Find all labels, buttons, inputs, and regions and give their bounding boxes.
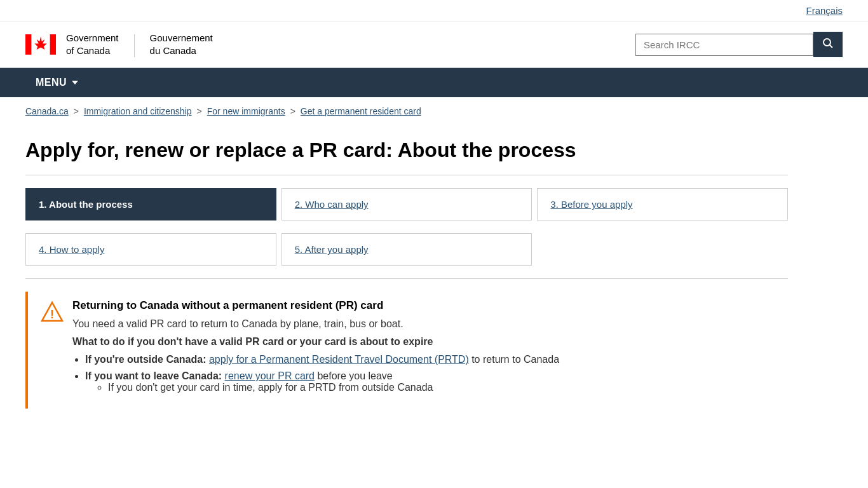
chevron-down-icon <box>72 81 78 85</box>
warning-body: Returning to Canada without a permanent … <box>72 299 775 398</box>
warning-sub-bullet-list: If you don't get your card in time, appl… <box>108 382 775 393</box>
main-content: Apply for, renew or replace a PR card: A… <box>0 125 813 434</box>
logo-area: Government of Canada Gouvernement du Can… <box>25 29 213 60</box>
step-tab-1[interactable]: 1. About the process <box>25 188 276 220</box>
warning-sub-bullet-1: If you don't get your card in time, appl… <box>108 382 775 393</box>
breadcrumb-item-immigration[interactable]: Immigration and citizenship <box>84 106 192 116</box>
step-tab-5[interactable]: 5. After you apply <box>281 233 532 266</box>
svg-text:!: ! <box>50 308 54 321</box>
breadcrumb: Canada.ca > Immigration and citizenship … <box>0 97 868 125</box>
search-button[interactable] <box>813 32 843 57</box>
svg-rect-1 <box>50 34 56 55</box>
francais-link[interactable]: Français <box>806 5 843 16</box>
warning-icon-area: ! Returning to Canada without a permanen… <box>41 299 775 398</box>
step-tab-3[interactable]: 3. Before you apply <box>537 188 788 220</box>
warning-bullet-list: If you're outside Canada: apply for a Pe… <box>85 354 775 393</box>
svg-rect-0 <box>25 34 32 55</box>
search-input[interactable] <box>635 34 813 56</box>
section-divider <box>25 278 788 279</box>
navigation-bar: MENU <box>0 68 868 97</box>
step-tabs-row1: 1. About the process 2. Who can apply 3.… <box>25 188 788 220</box>
warning-section-title: What to do if you don't have a valid PR … <box>72 336 775 348</box>
page-title: Apply for, renew or replace a PR card: A… <box>25 138 788 162</box>
warning-bullet-1: If you're outside Canada: apply for a Pe… <box>85 354 775 365</box>
gov-name-english: Government of Canada <box>66 32 119 57</box>
renew-pr-card-link[interactable]: renew your PR card <box>225 370 315 381</box>
warning-box: ! Returning to Canada without a permanen… <box>25 292 788 409</box>
warning-title: Returning to Canada without a permanent … <box>72 299 775 312</box>
title-divider <box>25 175 788 175</box>
breadcrumb-item-pr-card[interactable]: Get a permanent resident card <box>301 106 421 116</box>
warning-bullet-2: If you want to leave Canada: renew your … <box>85 370 775 393</box>
site-header: Government of Canada Gouvernement du Can… <box>0 22 868 68</box>
canada-flag-icon <box>25 29 56 60</box>
search-icon <box>822 37 834 49</box>
step-tab-2[interactable]: 2. Who can apply <box>281 188 532 220</box>
warning-triangle-icon: ! <box>41 301 64 323</box>
empty-cell <box>537 233 788 266</box>
search-area <box>635 32 843 57</box>
step-tabs-row2: 4. How to apply 5. After you apply <box>25 233 788 266</box>
warning-body-text: You need a valid PR card to return to Ca… <box>72 318 775 330</box>
svg-line-5 <box>830 45 833 48</box>
menu-button[interactable]: MENU <box>25 68 88 97</box>
step-tab-4[interactable]: 4. How to apply <box>25 233 276 266</box>
prtd-link[interactable]: apply for a Permanent Resident Travel Do… <box>209 354 469 365</box>
breadcrumb-item-new-immigrants[interactable]: For new immigrants <box>207 106 285 116</box>
language-bar: Français <box>0 0 868 22</box>
svg-point-4 <box>824 39 831 46</box>
breadcrumb-item-canada[interactable]: Canada.ca <box>25 106 69 116</box>
gov-name-french: Gouvernement du Canada <box>150 32 213 57</box>
government-name: Government of Canada Gouvernement du Can… <box>66 32 213 57</box>
